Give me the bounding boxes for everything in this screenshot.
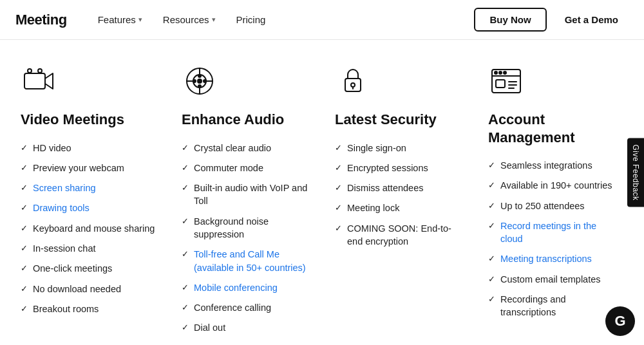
list-item: ✓HD video (21, 142, 156, 154)
feedback-tab[interactable]: Give Feedback (627, 138, 644, 207)
check-icon: ✓ (182, 302, 189, 313)
latest-security-list: ✓Single sign-on✓Encrypted sessions✓Dismi… (335, 142, 462, 248)
list-item: ✓Available in 190+ countries (488, 179, 616, 192)
feature-text: Dismiss attendees (347, 182, 423, 194)
buy-now-button[interactable]: Buy Now (474, 8, 546, 32)
svg-point-2 (38, 69, 42, 73)
feature-link[interactable]: Record meetings in the cloud (500, 219, 616, 246)
feature-text: Preview your webcam (33, 162, 124, 174)
check-icon: ✓ (21, 182, 28, 194)
feature-text: Up to 250 attendees (500, 200, 585, 212)
features-main: Video Meetings✓HD video✓Preview your web… (0, 40, 644, 345)
list-item: ✓Custom email templates (488, 273, 616, 286)
list-item: ✓Up to 250 attendees (488, 200, 616, 212)
list-item: ✓Meeting lock (335, 201, 462, 214)
check-icon: ✓ (182, 322, 189, 333)
list-item[interactable]: ✓Drawing tools (21, 201, 156, 214)
feature-text: COMING SOON: End-to-end encryption (347, 222, 462, 248)
logo[interactable]: Meeting (15, 12, 67, 28)
feature-text: Seamless integrations (500, 159, 592, 172)
feature-link[interactable]: Meeting transcriptions (500, 252, 592, 265)
list-item: ✓Seamless integrations (488, 159, 616, 172)
svg-rect-0 (24, 73, 45, 89)
feature-text: Encrypted sessions (347, 162, 428, 174)
get-demo-button[interactable]: Get a Demo (554, 9, 629, 30)
list-item: ✓In-session chat (21, 242, 156, 255)
feature-link[interactable]: Toll-free and Call Me (available in 50+ … (194, 248, 309, 274)
check-icon: ✓ (182, 182, 189, 194)
feature-text: Crystal clear audio (194, 142, 271, 154)
check-icon: ✓ (488, 253, 495, 265)
video-meetings-list: ✓HD video✓Preview your webcam✓Screen sha… (21, 142, 156, 316)
list-item[interactable]: ✓Screen sharing (21, 182, 156, 194)
feature-text: In-session chat (33, 242, 96, 255)
latest-security-icon (335, 63, 371, 99)
list-item: ✓Single sign-on (335, 142, 462, 154)
list-item: ✓Commuter mode (182, 162, 309, 174)
list-item[interactable]: ✓Mobile conferencing (182, 281, 309, 294)
check-icon: ✓ (335, 162, 342, 174)
feature-text: Recordings and transcriptions (500, 293, 616, 319)
check-icon: ✓ (335, 202, 342, 214)
check-icon: ✓ (182, 282, 189, 294)
check-icon: ✓ (182, 162, 189, 174)
check-icon: ✓ (182, 248, 189, 260)
list-item: ✓Dismiss attendees (335, 182, 462, 194)
check-icon: ✓ (21, 162, 28, 174)
list-item: ✓Preview your webcam (21, 162, 156, 174)
feature-text: Dial out (194, 321, 225, 334)
nav-link-pricing[interactable]: Pricing (226, 0, 276, 40)
check-icon: ✓ (21, 263, 28, 274)
video-meetings-title: Video Meetings (21, 111, 156, 129)
svg-rect-19 (496, 80, 505, 88)
chevron-down-icon: ▾ (138, 15, 142, 24)
check-icon: ✓ (21, 303, 28, 315)
account-management-title: Account Management (488, 111, 616, 146)
account-management-list: ✓Seamless integrations✓Available in 190+… (488, 159, 616, 319)
check-icon: ✓ (488, 220, 495, 232)
check-icon: ✓ (182, 216, 189, 227)
enhance-audio-list: ✓Crystal clear audio✓Commuter mode✓Built… (182, 142, 309, 335)
check-icon: ✓ (21, 142, 28, 154)
feature-text: Breakout rooms (33, 303, 99, 315)
check-icon: ✓ (488, 274, 495, 285)
latest-security-title: Latest Security (335, 111, 462, 129)
check-icon: ✓ (182, 142, 189, 154)
g-badge-letter: G (614, 313, 625, 330)
list-item[interactable]: ✓Meeting transcriptions (488, 252, 616, 265)
navbar: Meeting Features▾Resources▾Pricing Buy N… (0, 0, 644, 40)
nav-link-resources[interactable]: Resources▾ (153, 0, 226, 40)
list-item: ✓Crystal clear audio (182, 142, 309, 154)
feature-text: Meeting lock (347, 201, 399, 214)
g-rating-badge[interactable]: G (605, 306, 635, 336)
svg-point-24 (499, 71, 502, 74)
chevron-down-icon: ▾ (212, 15, 216, 24)
feature-text: Built-in audio with VoIP and Toll (194, 182, 309, 208)
feature-text: Custom email templates (500, 273, 601, 286)
check-icon: ✓ (21, 223, 28, 234)
feature-link[interactable]: Mobile conferencing (194, 281, 278, 294)
feature-text: Commuter mode (194, 162, 263, 174)
svg-point-10 (193, 80, 196, 82)
list-item[interactable]: ✓Record meetings in the cloud (488, 219, 616, 246)
feature-text: One-click meetings (33, 262, 112, 275)
feature-link[interactable]: Drawing tools (33, 201, 90, 214)
list-item: ✓Built-in audio with VoIP and Toll (182, 182, 309, 208)
feature-col-account-management: Account Management✓Seamless integrations… (475, 63, 629, 342)
list-item[interactable]: ✓Toll-free and Call Me (available in 50+… (182, 248, 309, 274)
feature-col-video-meetings: Video Meetings✓HD video✓Preview your web… (15, 63, 169, 342)
list-item: ✓Breakout rooms (21, 303, 156, 315)
feature-col-latest-security: Latest Security✓Single sign-on✓Encrypted… (322, 63, 475, 342)
check-icon: ✓ (488, 160, 495, 171)
check-icon: ✓ (21, 202, 28, 214)
check-icon: ✓ (21, 283, 28, 295)
feature-text: Single sign-on (347, 142, 406, 154)
feature-link[interactable]: Screen sharing (33, 182, 96, 194)
check-icon: ✓ (488, 200, 495, 212)
feature-text: HD video (33, 142, 71, 154)
nav-links: Features▾Resources▾Pricing (88, 0, 276, 40)
svg-point-1 (28, 69, 32, 73)
account-management-icon (488, 63, 524, 99)
nav-link-features[interactable]: Features▾ (88, 0, 153, 40)
list-item: ✓Dial out (182, 321, 309, 334)
